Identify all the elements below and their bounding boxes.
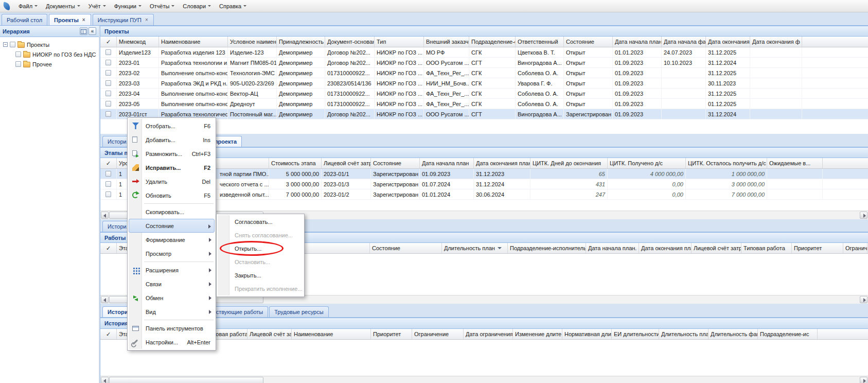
row-checkbox[interactable] bbox=[105, 60, 111, 65]
column-header[interactable]: Состояние bbox=[564, 37, 613, 47]
column-header[interactable]: Дата окончания ф bbox=[750, 37, 802, 47]
menubar-item-Словари[interactable]: Словари bbox=[179, 1, 215, 11]
column-header[interactable]: Дата начала план. bbox=[586, 243, 639, 253]
tree-checkbox[interactable] bbox=[15, 51, 21, 57]
table-row[interactable]: 2023-04Выполнение опытно-конс...Вектор-А… bbox=[100, 89, 868, 99]
column-header[interactable]: Лицевой счёт затр bbox=[247, 329, 292, 339]
table-row[interactable]: 2023-01Разработка технологии и...Магнит … bbox=[100, 58, 868, 68]
menu-item-Панель инструментов[interactable]: Панель инструментов bbox=[129, 321, 215, 335]
row-checkbox[interactable] bbox=[105, 49, 111, 55]
column-header[interactable]: Типовая работа bbox=[741, 243, 792, 253]
menu-item-Закрыть[interactable]: Закрыть... bbox=[218, 269, 303, 282]
scroll-left-icon[interactable] bbox=[101, 296, 109, 303]
column-header[interactable]: Длительность пла bbox=[659, 329, 708, 339]
menubar-item-Справка[interactable]: Справка bbox=[215, 1, 251, 11]
row-checkbox[interactable] bbox=[105, 91, 111, 96]
menu-item-Вид[interactable]: Вид bbox=[129, 305, 215, 319]
menu-item-Добавить[interactable]: Добавить...Ins bbox=[129, 133, 215, 147]
table-row[interactable]: Изделие123Разработка изделия 123Изделие-… bbox=[100, 47, 868, 58]
column-header[interactable]: Длительность фак bbox=[708, 329, 758, 339]
tab-Рабочий стол[interactable]: Рабочий стол bbox=[2, 14, 47, 25]
tab-Проекты[interactable]: Проекты× bbox=[49, 14, 91, 25]
collapse-panel-icon[interactable]: « bbox=[88, 27, 96, 35]
column-header[interactable]: Приоритет bbox=[371, 329, 412, 339]
column-header[interactable]: Дата ограничения bbox=[464, 329, 513, 339]
column-header[interactable]: Наименование bbox=[159, 37, 228, 47]
column-header[interactable]: ЦИТК. Дней до окончания bbox=[530, 158, 608, 168]
tab-close-icon[interactable]: × bbox=[145, 18, 149, 23]
column-header[interactable]: ✓ bbox=[100, 37, 117, 47]
column-header[interactable]: Ответственный bbox=[516, 37, 564, 47]
column-header[interactable]: ЦИТК. Осталось получить д/с bbox=[686, 158, 767, 168]
column-header[interactable]: Лицевой счёт затр bbox=[692, 243, 741, 253]
menu-item-Открыть[interactable]: Открыть... bbox=[218, 242, 303, 255]
column-header[interactable]: Подразделение-от bbox=[469, 37, 516, 47]
menu-item-Состояние[interactable]: Состояние bbox=[129, 219, 215, 233]
menu-item-Формирование[interactable]: Формирование bbox=[129, 233, 215, 247]
row-checkbox[interactable] bbox=[105, 192, 111, 197]
menu-item-Удалить[interactable]: УдалитьDel bbox=[129, 175, 215, 188]
scroll-left-icon[interactable] bbox=[101, 377, 109, 383]
column-header[interactable]: Тип bbox=[375, 37, 424, 47]
column-header[interactable]: Ограничение bbox=[412, 329, 464, 339]
column-header[interactable]: Внешний заказчик bbox=[424, 37, 469, 47]
menu-item-Отобрать[interactable]: Отобрать...F6 bbox=[129, 119, 215, 133]
menubar-item-Функции[interactable]: Функции bbox=[110, 1, 146, 11]
row-checkbox[interactable] bbox=[105, 181, 111, 187]
table-row[interactable]: 2023-05Выполнение опытно-конс...Дредноут… bbox=[100, 99, 868, 109]
row-checkbox[interactable] bbox=[105, 70, 111, 76]
column-header[interactable]: Подразделение-ис bbox=[758, 329, 818, 339]
row-checkbox[interactable] bbox=[105, 111, 111, 117]
column-header[interactable]: Изменение длите bbox=[513, 329, 562, 339]
menu-item-Обновить[interactable]: ОбновитьF5 bbox=[129, 188, 215, 202]
column-header[interactable]: Дата окончания план bbox=[474, 158, 530, 168]
column-header[interactable]: Длительность план bbox=[442, 243, 508, 253]
column-header[interactable]: Лицевой счёт затрат bbox=[322, 158, 371, 168]
row-checkbox[interactable] bbox=[105, 80, 111, 86]
column-header[interactable]: Дата окончания план bbox=[639, 243, 692, 253]
tree-checkbox[interactable] bbox=[10, 42, 15, 47]
panel-grid-icon[interactable] bbox=[80, 27, 87, 35]
column-header[interactable]: Дата начала план. bbox=[613, 37, 662, 47]
column-header[interactable]: Дата окончания п bbox=[706, 37, 750, 47]
menu-item-Связи[interactable]: Связи bbox=[129, 277, 215, 291]
column-header[interactable]: ✓ bbox=[100, 329, 117, 339]
row-checkbox[interactable] bbox=[105, 171, 111, 177]
column-header[interactable]: Наименование bbox=[292, 329, 371, 339]
menubar-item-Учёт[interactable]: Учёт bbox=[84, 1, 110, 11]
scroll-right-icon[interactable] bbox=[860, 212, 867, 219]
tab-Трудовые ресурсы[interactable]: Трудовые ресурсы bbox=[269, 306, 328, 317]
menu-item-Просмотр[interactable]: Просмотр bbox=[129, 247, 215, 260]
scroll-left-icon[interactable] bbox=[101, 212, 109, 219]
tab-Инструкции ПУП[interactable]: Инструкции ПУП× bbox=[93, 14, 154, 25]
menubar-item-Документы[interactable]: Документы bbox=[42, 1, 84, 11]
tab-ствующие работы[interactable]: ствующие работы bbox=[211, 306, 269, 317]
column-header[interactable]: Дата начала факт bbox=[662, 37, 706, 47]
menu-item-Согласовать[interactable]: Согласовать... bbox=[218, 215, 303, 229]
column-header[interactable]: Принадлежность bbox=[277, 37, 325, 47]
scrollbar-thumb[interactable] bbox=[109, 377, 263, 383]
tree-node[interactable]: Прочее bbox=[13, 59, 98, 69]
column-header[interactable]: Ограниче... bbox=[843, 243, 867, 253]
menu-item-Расширения[interactable]: Расширения bbox=[129, 263, 215, 277]
scroll-right-icon[interactable] bbox=[860, 377, 867, 383]
menu-item-Обмен[interactable]: Обмен bbox=[129, 291, 215, 305]
horizontal-scrollbar[interactable] bbox=[100, 376, 868, 383]
column-header[interactable]: ЕИ длительности bbox=[612, 329, 659, 339]
column-header[interactable]: Нормативная длит bbox=[562, 329, 612, 339]
column-header[interactable]: Подразделение-исполнитель. bbox=[508, 243, 586, 253]
column-header[interactable]: Документ-основан bbox=[325, 37, 375, 47]
column-header[interactable]: Ожидаемые в... bbox=[767, 158, 823, 168]
menubar-item-Отчёты[interactable]: Отчёты bbox=[146, 1, 179, 11]
menu-item-Настройки[interactable]: Настройки...Alt+Enter bbox=[129, 335, 215, 349]
menu-item-Размножить[interactable]: Размножить...Ctrl+F3 bbox=[129, 147, 215, 161]
table-row[interactable]: 2023-03Разработка ЭКД и РКД н...905-U020… bbox=[100, 78, 868, 89]
column-header[interactable]: Мнемокод bbox=[117, 37, 159, 47]
column-header[interactable]: Условное наименова bbox=[228, 37, 277, 47]
column-header[interactable]: ✓ bbox=[100, 158, 117, 168]
column-header[interactable]: Приоритет bbox=[792, 243, 843, 253]
tree-checkbox[interactable] bbox=[15, 61, 21, 67]
scroll-right-icon[interactable] bbox=[860, 296, 867, 303]
menu-item-Скопировать[interactable]: Скопировать... bbox=[129, 205, 215, 219]
row-checkbox[interactable] bbox=[105, 101, 111, 107]
